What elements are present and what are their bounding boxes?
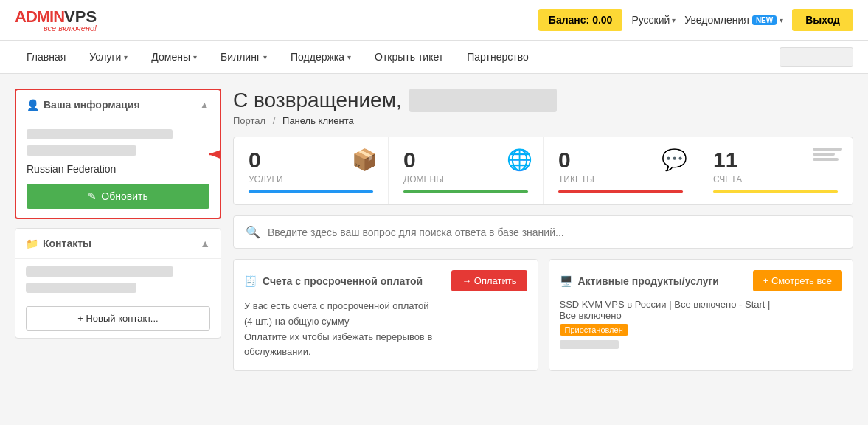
invoices-bar <box>713 190 838 193</box>
contacts-card-title: 📁 Контакты <box>26 238 91 249</box>
bar1 <box>813 148 842 151</box>
bar3 <box>813 158 839 161</box>
nav-item-home[interactable]: Главная <box>15 41 77 73</box>
user-icon: 👤 <box>27 99 39 111</box>
contacts-card-body: + Новый контакт... <box>15 259 221 338</box>
header: ADMINVPS все включено! Баланс: 0.00 Русс… <box>0 0 868 41</box>
services-chevron-icon: ▾ <box>124 53 128 61</box>
language-button[interactable]: Русский ▾ <box>631 14 676 26</box>
stat-services: 📦 0 УСЛУГИ <box>234 137 389 204</box>
stat-invoices: 11 СЧЕТА <box>698 137 853 204</box>
update-button[interactable]: ✎ Обновить <box>27 184 209 209</box>
contacts-collapse-icon[interactable]: ▲ <box>200 238 210 249</box>
stat-domains-label: ДОМЕНЫ <box>403 174 444 184</box>
nav-item-billing[interactable]: Биллинг ▾ <box>209 41 279 73</box>
breadcrumb-separator: / <box>273 115 276 126</box>
tickets-bar <box>558 190 683 193</box>
nav-item-ticket[interactable]: Открыть тикет <box>363 41 455 73</box>
stat-domains: 🌐 0 ДОМЕНЫ <box>389 137 544 204</box>
welcome-title: С возвращением, <box>233 89 853 112</box>
overdue-card-text: У вас есть счета с просроченной оплатой … <box>244 299 527 360</box>
info-card-title: 👤 Ваша информация <box>27 99 140 111</box>
services-icon: 📦 <box>352 148 378 172</box>
domains-chevron-icon: ▾ <box>193 53 197 61</box>
contacts-card: 📁 Контакты ▲ + Новый контакт... <box>15 228 221 339</box>
main-nav: Главная Услуги ▾ Домены ▾ Биллинг ▾ Подд… <box>0 41 868 74</box>
view-all-button[interactable]: + Смотреть все <box>753 270 842 291</box>
nav-item-services[interactable]: Услуги ▾ <box>77 41 139 73</box>
product-price-blur <box>560 340 619 349</box>
nav-item-domains[interactable]: Домены ▾ <box>139 41 209 73</box>
search-icon: 🔍 <box>246 225 260 239</box>
breadcrumb-current: Панель клиента <box>282 115 354 126</box>
invoice-bars-icon <box>813 148 842 161</box>
folder-icon: 📁 <box>26 238 38 249</box>
notif-chevron-icon: ▾ <box>780 16 783 24</box>
info-card-body: Russian Federation ✎ Обновить <box>16 120 220 218</box>
stat-invoices-label: СЧЕТА <box>713 174 742 184</box>
new-badge: NEW <box>752 15 777 25</box>
product-info: SSD KVM VPS в России | Все включено - St… <box>560 299 843 349</box>
active-products-title: 🖥️ Активные продукты/услуги <box>560 275 719 287</box>
invoice-icon: 🧾 <box>244 275 257 287</box>
bottom-row: 🧾 Счета с просроченной оплатой → Оплатит… <box>233 259 853 371</box>
arrow-indicator <box>205 143 221 165</box>
welcome-section: С возвращением, Портал / Панель клиента <box>233 89 853 126</box>
welcome-name-blur <box>409 89 557 112</box>
stat-services-label: УСЛУГИ <box>249 174 283 184</box>
stat-tickets: 💬 0 ТИКЕТЫ <box>544 137 698 204</box>
sidebar: 👤 Ваша информация ▲ Russian Federation ✎… <box>15 89 221 371</box>
user-email-blur <box>27 145 136 156</box>
logout-button[interactable]: Выход <box>792 9 853 31</box>
bar2 <box>813 153 835 156</box>
domains-bar <box>403 190 528 193</box>
breadcrumb: Портал / Панель клиента <box>233 115 853 126</box>
overdue-card: 🧾 Счета с просроченной оплатой → Оплатит… <box>233 259 538 371</box>
user-name-blur <box>27 129 173 139</box>
stat-domains-number: 0 <box>403 149 416 171</box>
notifications-area[interactable]: Уведомления NEW ▾ <box>684 14 783 26</box>
pencil-icon: ✎ <box>88 190 97 202</box>
support-chevron-icon: ▾ <box>347 53 351 61</box>
new-contact-button[interactable]: + Новый контакт... <box>26 306 210 331</box>
billing-chevron-icon: ▾ <box>263 53 267 61</box>
tickets-icon: 💬 <box>662 148 687 172</box>
balance-button[interactable]: Баланс: 0.00 <box>538 9 623 31</box>
invoices-icon-area <box>813 148 842 161</box>
header-right: Баланс: 0.00 Русский ▾ Уведомления NEW ▾… <box>538 9 853 31</box>
suspended-badge: Приостановлен <box>560 324 628 336</box>
stat-tickets-label: ТИКЕТЫ <box>558 174 594 184</box>
domains-icon: 🌐 <box>507 148 532 172</box>
nav-item-support[interactable]: Поддержка ▾ <box>279 41 363 73</box>
contact-email-blur <box>26 283 136 293</box>
contact-name-blur <box>26 266 173 277</box>
lang-chevron-icon: ▾ <box>672 16 676 24</box>
logo: ADMINVPS все включено! <box>15 7 97 32</box>
nav-item-partnership[interactable]: Партнерство <box>455 41 541 73</box>
breadcrumb-portal-link[interactable]: Портал <box>233 115 265 126</box>
stat-tickets-number: 0 <box>558 149 571 171</box>
services-bar <box>249 190 373 193</box>
pay-button[interactable]: → Оплатить <box>451 270 527 291</box>
server-icon: 🖥️ <box>560 275 572 287</box>
main-layout: 👤 Ваша информация ▲ Russian Federation ✎… <box>0 74 868 386</box>
content-area: С возвращением, Портал / Панель клиента … <box>233 89 853 371</box>
contacts-card-header: 📁 Контакты ▲ <box>15 229 221 259</box>
stat-services-number: 0 <box>249 149 261 171</box>
info-card-header: 👤 Ваша информация ▲ <box>16 90 220 120</box>
active-products-card: 🖥️ Активные продукты/услуги + Смотреть в… <box>549 259 854 371</box>
country-text: Russian Federation <box>27 163 209 175</box>
active-products-header: 🖥️ Активные продукты/услуги + Смотреть в… <box>560 270 843 291</box>
info-card: 👤 Ваша информация ▲ Russian Federation ✎… <box>15 89 221 219</box>
stat-invoices-number: 11 <box>713 149 737 171</box>
overdue-card-header: 🧾 Счета с просроченной оплатой → Оплатит… <box>244 270 527 291</box>
stats-row: 📦 0 УСЛУГИ 🌐 0 ДОМЕНЫ 💬 0 ТИКЕТЫ <box>233 137 853 205</box>
nav-search-input[interactable] <box>780 47 853 67</box>
knowledge-search-input[interactable] <box>268 227 841 238</box>
overdue-card-title: 🧾 Счета с просроченной оплатой <box>244 275 423 287</box>
search-bar: 🔍 <box>233 215 853 249</box>
collapse-icon[interactable]: ▲ <box>199 99 209 111</box>
